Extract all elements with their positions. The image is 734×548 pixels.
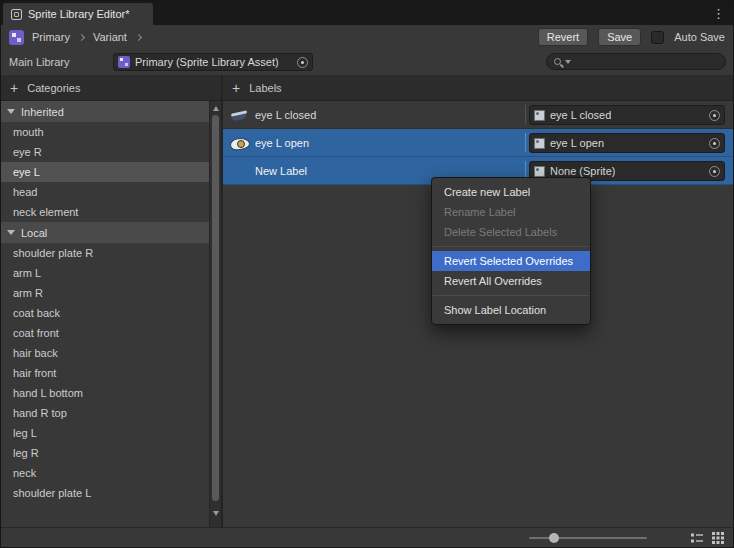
main-library-object-field[interactable]: Primary (Sprite Library Asset): [113, 53, 313, 71]
breadcrumb-primary[interactable]: Primary: [32, 31, 70, 43]
category-item[interactable]: arm L: [1, 263, 209, 283]
breadcrumb-bar: Primary Variant Revert Save Auto Save: [1, 25, 733, 49]
label-name: New Label: [255, 165, 307, 177]
auto-save-checkbox[interactable]: [651, 31, 664, 44]
menu-separator: [433, 246, 589, 247]
eye-closed-sprite-icon: [229, 106, 251, 124]
foldout-arrow-icon: [7, 109, 15, 114]
category-group-inherited[interactable]: Inherited: [1, 101, 209, 122]
category-item[interactable]: eye L: [1, 162, 209, 182]
menu-item-delete-selected-labels: Delete Selected Labels: [432, 222, 590, 242]
window-titlebar: Sprite Library Editor* ⋮: [1, 1, 733, 25]
object-picker-icon[interactable]: [709, 138, 720, 149]
list-view-icon[interactable]: [690, 531, 704, 545]
sprite-mini-icon: [534, 110, 545, 121]
category-item[interactable]: coat front: [1, 323, 209, 343]
category-item[interactable]: shoulder plate R: [1, 243, 209, 263]
add-label-button[interactable]: +: [232, 81, 240, 95]
category-group-label: Local: [21, 227, 47, 239]
save-button[interactable]: Save: [598, 28, 641, 46]
thumbnail-size-slider[interactable]: [529, 537, 647, 539]
category-item[interactable]: leg R: [1, 443, 209, 463]
search-field[interactable]: [546, 53, 726, 70]
add-category-button[interactable]: +: [10, 81, 18, 95]
categories-title: Categories: [27, 82, 80, 94]
menu-item-revert-selected-overrides[interactable]: Revert Selected Overrides: [432, 251, 590, 271]
category-item[interactable]: arm R: [1, 283, 209, 303]
search-menu-caret-icon[interactable]: [565, 60, 571, 64]
object-picker-icon[interactable]: [709, 110, 720, 121]
search-icon: [554, 58, 561, 65]
menu-item-revert-all-overrides[interactable]: Revert All Overrides: [432, 271, 590, 291]
category-item[interactable]: hair front: [1, 363, 209, 383]
window-menu-icon[interactable]: ⋮: [712, 1, 725, 25]
sprite-object-field[interactable]: eye L closed: [529, 105, 725, 125]
labels-header: + Labels: [223, 75, 733, 101]
menu-item-show-label-location[interactable]: Show Label Location: [432, 300, 590, 320]
category-item[interactable]: hair back: [1, 343, 209, 363]
view-mode-buttons: [690, 531, 725, 545]
grid-view-icon[interactable]: [711, 531, 725, 545]
category-item[interactable]: shoulder plate L: [1, 483, 209, 503]
sprite-library-asset-icon: [9, 30, 24, 45]
object-field-value: eye L closed: [550, 109, 611, 121]
window-tab[interactable]: Sprite Library Editor*: [3, 3, 153, 25]
main-library-label: Main Library: [9, 49, 70, 75]
category-group-label: Inherited: [21, 106, 64, 118]
label-row[interactable]: eye L openeye L open: [223, 129, 733, 157]
category-item[interactable]: hand L bottom: [1, 383, 209, 403]
foldout-arrow-icon: [7, 230, 15, 235]
categories-header: + Categories: [1, 75, 221, 101]
scrollbar-thumb[interactable]: [212, 115, 219, 501]
label-name: eye L closed: [255, 109, 316, 121]
object-field-value: None (Sprite): [550, 165, 615, 177]
categories-scrollbar[interactable]: [209, 101, 221, 527]
menu-item-rename-label: Rename Label: [432, 202, 590, 222]
library-toolbar: Main Library Primary (Sprite Library Ass…: [1, 49, 733, 75]
category-item[interactable]: coat back: [1, 303, 209, 323]
sprite-mini-icon: [534, 138, 545, 149]
label-row[interactable]: eye L closedeye L closed: [223, 101, 733, 129]
sprite-library-asset-icon: [118, 56, 130, 68]
categories-list: Inheritedmoutheye Reye Lheadneck element…: [1, 101, 209, 527]
window-title: Sprite Library Editor*: [28, 8, 130, 20]
object-picker-icon[interactable]: [709, 166, 720, 177]
category-item[interactable]: head: [1, 182, 209, 202]
breadcrumb-separator-icon: [135, 33, 142, 40]
revert-button[interactable]: Revert: [538, 28, 588, 46]
label-name: eye L open: [255, 137, 309, 149]
category-group-local[interactable]: Local: [1, 222, 209, 243]
bottom-bar: [1, 527, 733, 547]
categories-panel: + Categories Inheritedmoutheye Reye Lhea…: [1, 75, 221, 527]
menu-item-create-new-label[interactable]: Create new Label: [432, 182, 590, 202]
breadcrumb-actions: Revert Save Auto Save: [538, 28, 725, 46]
category-item[interactable]: eye R: [1, 142, 209, 162]
column-divider: [525, 133, 526, 152]
column-divider: [525, 105, 526, 124]
labels-title: Labels: [249, 82, 281, 94]
sprite-library-editor-icon: [11, 9, 22, 20]
scroll-down-icon[interactable]: [210, 507, 221, 519]
category-item[interactable]: neck: [1, 463, 209, 483]
category-item[interactable]: leg L: [1, 423, 209, 443]
object-field-value: eye L open: [550, 137, 604, 149]
no-sprite-icon: [229, 162, 251, 180]
breadcrumb-separator-icon: [78, 33, 85, 40]
sprite-object-field[interactable]: eye L open: [529, 133, 725, 153]
sprite-library-editor-window: Sprite Library Editor* ⋮ Primary Variant…: [0, 0, 734, 548]
slider-thumb[interactable]: [549, 533, 559, 543]
menu-separator: [433, 295, 589, 296]
category-item[interactable]: neck element: [1, 202, 209, 222]
search-input[interactable]: [576, 56, 718, 68]
scroll-up-icon[interactable]: [210, 102, 221, 114]
main-library-value: Primary (Sprite Library Asset): [135, 56, 279, 68]
context-menu: Create new LabelRename LabelDelete Selec…: [431, 177, 591, 325]
sprite-mini-icon: [534, 166, 545, 177]
object-picker-icon[interactable]: [297, 57, 308, 68]
breadcrumb-variant[interactable]: Variant: [93, 31, 127, 43]
eye-open-sprite-icon: [229, 134, 251, 152]
auto-save-label: Auto Save: [674, 31, 725, 43]
category-item[interactable]: hand R top: [1, 403, 209, 423]
category-item[interactable]: mouth: [1, 122, 209, 142]
